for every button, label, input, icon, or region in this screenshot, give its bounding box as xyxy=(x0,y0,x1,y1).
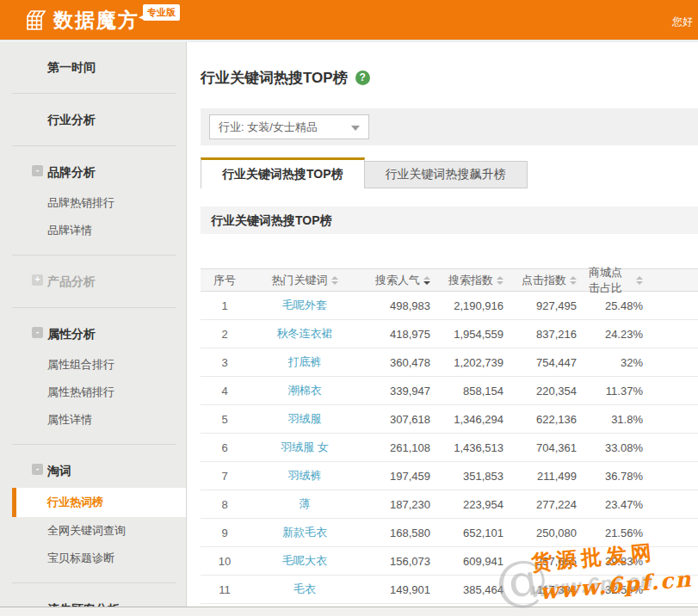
column-header-mall-click-ratio[interactable]: 商城点击占比 xyxy=(589,265,698,296)
sidebar: 第一时间 行业分析 - 品牌分析 品牌热销排行 品牌详情 + 产品分析 - 属性… xyxy=(0,41,187,607)
user-greeting: 您好 xyxy=(672,15,693,29)
sidebar-group-taoci[interactable]: - 淘词 xyxy=(0,445,186,488)
table-row: 9 新款毛衣 168,580 652,101 250,080 21.56% xyxy=(201,519,698,547)
column-header-search-index[interactable]: 搜索指数 xyxy=(442,273,516,288)
table-row: 1 毛呢外套 498,983 2,190,916 927,495 25.48% xyxy=(201,292,698,320)
keyword-link[interactable]: 毛衣 xyxy=(293,582,316,597)
table-row: 6 羽绒服 女 261,108 1,436,513 704,361 33.08% xyxy=(201,434,698,462)
sort-icon[interactable] xyxy=(570,276,577,285)
keyword-link[interactable]: 羽绒服 xyxy=(288,411,322,427)
sidebar-item-keyword-query[interactable]: 全网关键词查询 xyxy=(0,517,186,545)
column-header-click-index[interactable]: 点击指数 xyxy=(516,273,589,288)
keyword-link[interactable]: 薄 xyxy=(300,496,311,512)
filter-bar: 行业: 女装/女士精品 xyxy=(201,108,698,145)
keyword-link[interactable]: 毛呢大衣 xyxy=(282,553,327,569)
bottom-strip xyxy=(0,607,698,616)
column-header-keyword[interactable]: 热门关键词 xyxy=(249,273,361,288)
keyword-link[interactable]: 羽绒服 女 xyxy=(281,440,329,455)
table-row: 7 羽绒裤 197,459 351,853 211,499 36.78% xyxy=(201,462,698,490)
tab-bar: 行业关键词热搜TOP榜 行业关键词热搜飙升榜 xyxy=(201,157,698,188)
table-row: 3 打底裤 360,478 1,202,739 754,447 32% xyxy=(201,348,698,377)
brand[interactable]: 数据魔方 专业版 xyxy=(24,7,180,34)
sidebar-item-attr-hot-rank[interactable]: 属性热销排行 xyxy=(0,379,186,406)
brand-name: 数据魔方 xyxy=(53,7,139,34)
sort-icon[interactable] xyxy=(636,276,643,285)
main-content: 行业关键词热搜TOP榜 ? 行业: 女装/女士精品 行业关键词热搜TOP榜 行业… xyxy=(188,41,698,607)
panel-title: 行业关键词热搜TOP榜 xyxy=(201,206,698,234)
table-row: 4 潮棉衣 339,947 858,154 220,354 11.37% xyxy=(201,377,698,405)
table-row: 2 秋冬连衣裙 418,975 1,954,559 837,216 24.23% xyxy=(201,320,698,348)
help-icon[interactable]: ? xyxy=(355,71,370,85)
sidebar-item-industry-analysis[interactable]: 行业分析 xyxy=(0,94,186,145)
top-bar: 数据魔方 专业版 您好 xyxy=(0,0,698,40)
sidebar-item-industry-hot-words[interactable]: 行业热词榜 xyxy=(12,488,186,517)
collapse-icon[interactable]: - xyxy=(32,165,43,176)
sidebar-item-brand-detail[interactable]: 品牌详情 xyxy=(0,217,186,244)
table-header-row: 序号 热门关键词 搜索人气 搜索指数 点击指数 商城点击占比 xyxy=(201,268,698,292)
sort-icon[interactable] xyxy=(331,276,338,285)
collapse-icon[interactable]: - xyxy=(32,327,43,338)
collapse-icon[interactable]: - xyxy=(32,464,43,475)
tab-top-rank[interactable]: 行业关键词热搜TOP榜 xyxy=(201,157,365,188)
keyword-link[interactable]: 秋冬连衣裙 xyxy=(277,326,333,342)
table-row: 5 羽绒服 307,618 1,346,294 622,136 31.8% xyxy=(201,405,698,434)
keyword-link[interactable]: 新款毛衣 xyxy=(282,525,327,540)
table-row: 8 薄 187,230 223,954 277,224 23.47% xyxy=(201,490,698,519)
tab-rising-rank[interactable]: 行业关键词热搜飙升榜 xyxy=(365,161,528,188)
sidebar-item-attr-detail[interactable]: 属性详情 xyxy=(0,406,186,434)
column-header-search-popularity[interactable]: 搜索人气 xyxy=(361,273,442,288)
sidebar-item-first-time[interactable]: 第一时间 xyxy=(0,41,186,93)
keyword-link[interactable]: 打底裤 xyxy=(288,354,322,370)
sort-icon[interactable] xyxy=(497,276,503,285)
sidebar-item-brand-hot-rank[interactable]: 品牌热销排行 xyxy=(0,189,186,217)
chevron-down-icon xyxy=(351,126,360,131)
sidebar-group-product-analysis[interactable]: + 产品分析 xyxy=(0,256,186,307)
sidebar-group-brand-analysis[interactable]: - 品牌分析 xyxy=(0,146,186,189)
page-title: 行业关键词热搜TOP榜 xyxy=(201,68,348,88)
column-header-rank: 序号 xyxy=(201,273,249,288)
sidebar-group-attribute-analysis[interactable]: - 属性分析 xyxy=(0,308,186,351)
keyword-link[interactable]: 毛呢外套 xyxy=(282,298,327,313)
sort-desc-icon[interactable] xyxy=(423,276,430,285)
data-cube-logo-icon xyxy=(24,9,46,32)
keyword-link[interactable]: 羽绒裤 xyxy=(288,468,322,484)
table-row: 11 毛衣 149,901 385,464 117,334 32.59% xyxy=(201,576,698,604)
table-row: 10 毛呢大衣 156,073 609,941 257,665 39.83% xyxy=(201,547,698,576)
pro-version-badge: 专业版 xyxy=(143,4,180,21)
keyword-link[interactable]: 潮棉衣 xyxy=(288,383,322,398)
expand-icon[interactable]: + xyxy=(32,274,43,286)
sidebar-item-title-diagnosis[interactable]: 宝贝标题诊断 xyxy=(0,545,186,572)
sidebar-item-attr-combo-rank[interactable]: 属性组合排行 xyxy=(0,351,186,379)
sidebar-item-lost-customer-analysis[interactable]: 流失顾客分析 xyxy=(0,583,186,607)
industry-select[interactable]: 行业: 女装/女士精品 xyxy=(209,114,369,139)
